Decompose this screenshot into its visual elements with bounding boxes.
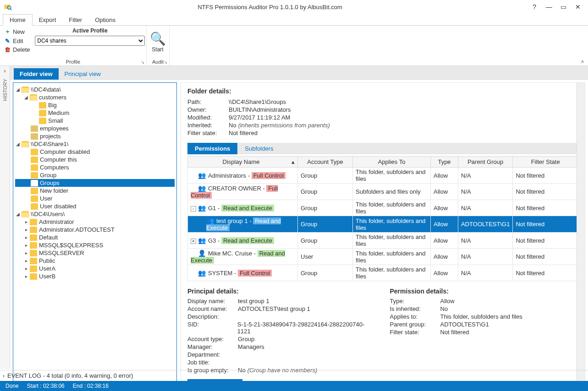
tree-node[interactable]: ◢\\DC4\data\ (15, 86, 175, 93)
tab-subfolders[interactable]: Subfolders (237, 143, 280, 154)
tree-node[interactable]: ▸UserB (15, 272, 175, 280)
folder-icon (30, 258, 37, 264)
delete-label: Delete (13, 46, 30, 53)
table-row[interactable]: 👥Administrators - Full ControlGroupThis … (188, 168, 578, 184)
table-row[interactable]: 👥test group 1 - Read and ExecuteGroupThi… (188, 216, 578, 233)
folder-icon (30, 273, 37, 280)
folder-icon (31, 203, 38, 210)
table-row[interactable]: -👥G1 - Read and ExecuteGroupThis folder,… (188, 200, 578, 216)
folder-icon (30, 227, 37, 233)
tree-node[interactable]: User (15, 195, 175, 202)
folder-icon (30, 94, 37, 101)
folder-tree[interactable]: ◢\\DC4\data\ ◢customers Big Medium Small… (13, 82, 177, 391)
user-icon: 👤 (198, 250, 206, 257)
maximize-button[interactable]: ▭ (557, 3, 570, 11)
permission-badge: Read and Execute (221, 237, 274, 244)
tab-options[interactable]: Options (88, 15, 122, 25)
folder-icon (22, 141, 29, 147)
permission-badge: Read and Execute (221, 205, 274, 212)
tab-home[interactable]: Home (3, 14, 33, 26)
tree-node-selected[interactable]: Groups (15, 179, 175, 187)
tree-node[interactable]: ▸Administrator (15, 218, 175, 226)
audit-group-label: Audit (152, 59, 164, 65)
table-row[interactable]: 👥SYSTEM - Full ControlGroupThis folder, … (188, 265, 578, 281)
history-expand-icon[interactable]: › (4, 66, 6, 76)
eventlog-expand-icon[interactable]: › (3, 373, 5, 379)
close-button[interactable]: ✕ (572, 3, 584, 11)
permission-badge: Full Control (238, 270, 272, 277)
tab-principal-view[interactable]: Principal view (59, 68, 107, 80)
tree-node[interactable]: Small (15, 117, 175, 125)
folder-icon (22, 211, 29, 217)
folder-icon (30, 266, 37, 272)
view-tabs: Folder view Principal view (10, 66, 588, 80)
table-row[interactable]: 👥CREATOR OWNER - Full ControlGroupSubfol… (188, 184, 578, 200)
profile-select[interactable]: DC4 shares (35, 36, 145, 46)
tree-node[interactable]: ▸Administrator.ADTOOLTEST (15, 226, 175, 234)
tree-node[interactable]: Computer disabled (15, 148, 175, 156)
col-display-name[interactable]: Display Name ▴ (188, 157, 298, 168)
menu-tabs: Home Export Filter Options (0, 14, 588, 26)
tree-node[interactable]: ▸Default (15, 234, 175, 241)
tree-node[interactable]: ▸MSSQL$SQLEXPRESS (15, 241, 175, 249)
table-row[interactable]: 👤Mike MC. Cruise - Read and ExecuteUserT… (188, 249, 578, 265)
tree-node[interactable]: ◢\\DC4\Share1\ (15, 140, 175, 148)
group-icon: 👥 (198, 185, 206, 192)
active-profile-label: Active Profile (72, 27, 108, 34)
edit-button[interactable]: ✎Edit (3, 37, 31, 45)
tree-node[interactable]: Medium (15, 109, 175, 117)
new-button[interactable]: ＋New (3, 27, 31, 37)
group-icon: 👥 (198, 269, 206, 277)
col-account-type[interactable]: Account Type (298, 157, 353, 168)
minimize-button[interactable]: — (543, 3, 555, 11)
expand-icon[interactable]: - (191, 206, 196, 212)
tree-node[interactable]: Computers (15, 163, 175, 171)
app-title: NTFS Permissions Auditor Pro 1.0.1.0 by … (12, 4, 528, 11)
tree-node[interactable]: ▸Public (15, 257, 175, 265)
tree-node[interactable]: Big (15, 101, 175, 109)
tab-permissions[interactable]: Permissions (187, 143, 237, 154)
vertical-scrollbar[interactable] (577, 83, 585, 388)
folder-icon (31, 172, 38, 179)
title-bar: NTFS Permissions Auditor Pro 1.0.1.0 by … (0, 0, 588, 14)
help-button[interactable]: ? (528, 3, 541, 11)
tree-node[interactable]: Computer this (15, 156, 175, 163)
tree-node[interactable]: ▸UserA (15, 265, 175, 272)
audit-launcher-icon[interactable]: ↘ (164, 60, 167, 65)
col-filter-state[interactable]: Filter State (513, 157, 578, 168)
new-label: New (13, 28, 25, 35)
col-applies-to[interactable]: Applies To (353, 157, 431, 168)
tree-node[interactable]: ◢\\DC4\Users\ (15, 210, 175, 218)
tree-node[interactable]: Group (15, 171, 175, 179)
tree-node[interactable]: New folder (15, 187, 175, 195)
folder-details-heading: Folder details: (187, 87, 578, 95)
folder-icon (22, 87, 29, 93)
event-log-bar[interactable]: › EVENT LOG - 4 total (0 info, 4 warning… (0, 370, 588, 381)
start-button[interactable]: 🔍 Start (147, 26, 169, 58)
expand-icon[interactable]: + (191, 239, 196, 244)
filter-state-value: Not filtered (229, 130, 258, 136)
tab-export[interactable]: Export (33, 15, 63, 25)
col-type[interactable]: Type (431, 157, 458, 168)
svg-rect-0 (5, 5, 10, 9)
profile-launcher-icon[interactable]: ↘ (141, 60, 144, 65)
tree-node[interactable]: User disabled (15, 202, 175, 210)
tree-node[interactable]: ◢customers (15, 93, 175, 101)
folder-icon (30, 234, 37, 241)
tree-node[interactable]: ▸MSSQLSERVER (15, 249, 175, 257)
ribbon-collapse-icon[interactable]: ʌ (577, 26, 588, 65)
modified-value: 9/27/2017 11:19:12 AM (229, 114, 290, 121)
tree-node[interactable]: employees (15, 125, 175, 132)
tab-filter[interactable]: Filter (62, 15, 88, 25)
history-rail: › HISTORY (0, 66, 10, 369)
col-parent-group[interactable]: Parent Group (458, 157, 513, 168)
tab-folder-view[interactable]: Folder view (14, 68, 59, 80)
status-end: End : 02:38:16 (73, 383, 109, 389)
table-row[interactable]: +👥G3 - Read and ExecuteGroupThis folder,… (188, 233, 578, 249)
group-icon: 👥 (198, 204, 206, 212)
tree-node[interactable]: projects (15, 132, 175, 140)
delete-button[interactable]: 🗑Delete (3, 45, 31, 54)
main-area: › HISTORY Folder view Principal view ◢\\… (0, 66, 588, 369)
folder-icon (31, 164, 38, 171)
status-done: Done (5, 383, 19, 389)
